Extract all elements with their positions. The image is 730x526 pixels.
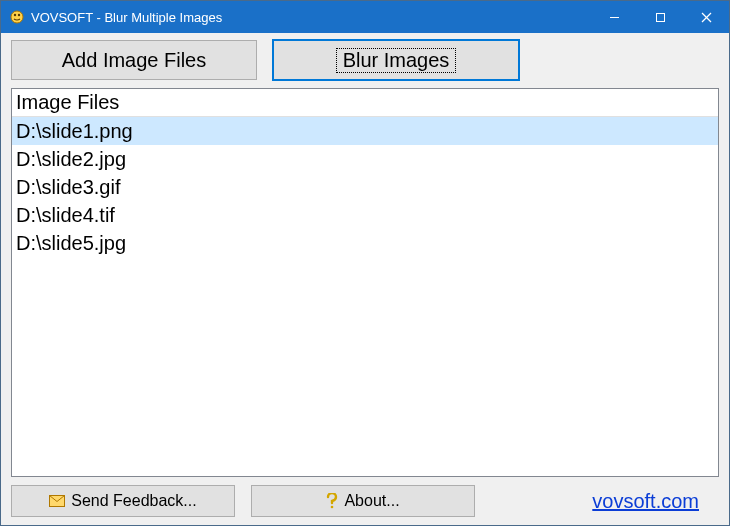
image-files-list[interactable]: Image Files D:\slide1.pngD:\slide2.jpgD:… (11, 88, 719, 477)
list-column-header[interactable]: Image Files (12, 89, 718, 117)
blur-images-label: Blur Images (336, 48, 457, 73)
svg-point-0 (11, 11, 23, 23)
list-item-path: D:\slide1.png (16, 120, 133, 143)
about-label: About... (344, 492, 399, 510)
app-window: VOVSOFT - Blur Multiple Images Add Image… (0, 0, 730, 526)
add-image-files-button[interactable]: Add Image Files (11, 40, 257, 80)
blur-images-button[interactable]: Blur Images (273, 40, 519, 80)
app-icon (9, 9, 25, 25)
list-item-path: D:\slide3.gif (16, 176, 121, 199)
list-body[interactable]: D:\slide1.pngD:\slide2.jpgD:\slide3.gifD… (12, 117, 718, 476)
vovsoft-link[interactable]: vovsoft.com (592, 490, 699, 513)
list-item[interactable]: D:\slide3.gif (12, 173, 718, 201)
svg-point-2 (18, 14, 20, 16)
window-controls (591, 1, 729, 33)
list-header-label: Image Files (16, 91, 119, 114)
about-button[interactable]: About... (251, 485, 475, 517)
window-title: VOVSOFT - Blur Multiple Images (31, 10, 222, 25)
send-feedback-button[interactable]: Send Feedback... (11, 485, 235, 517)
titlebar: VOVSOFT - Blur Multiple Images (1, 1, 729, 33)
toolbar: Add Image Files Blur Images (11, 40, 719, 80)
maximize-button[interactable] (637, 1, 683, 33)
list-item[interactable]: D:\slide4.tif (12, 201, 718, 229)
envelope-icon (49, 495, 65, 507)
minimize-button[interactable] (591, 1, 637, 33)
client-area: Add Image Files Blur Images Image Files … (1, 33, 729, 525)
list-item-path: D:\slide4.tif (16, 204, 115, 227)
send-feedback-label: Send Feedback... (71, 492, 196, 510)
svg-rect-4 (656, 13, 664, 21)
list-item[interactable]: D:\slide1.png (12, 117, 718, 145)
list-item-path: D:\slide5.jpg (16, 232, 126, 255)
svg-point-8 (331, 506, 334, 509)
list-item[interactable]: D:\slide5.jpg (12, 229, 718, 257)
add-image-files-label: Add Image Files (62, 49, 207, 72)
svg-point-1 (14, 14, 16, 16)
list-item[interactable]: D:\slide2.jpg (12, 145, 718, 173)
footer-bar: Send Feedback... About... vovsoft.com (11, 485, 719, 517)
close-button[interactable] (683, 1, 729, 33)
list-item-path: D:\slide2.jpg (16, 148, 126, 171)
question-icon (326, 493, 338, 509)
